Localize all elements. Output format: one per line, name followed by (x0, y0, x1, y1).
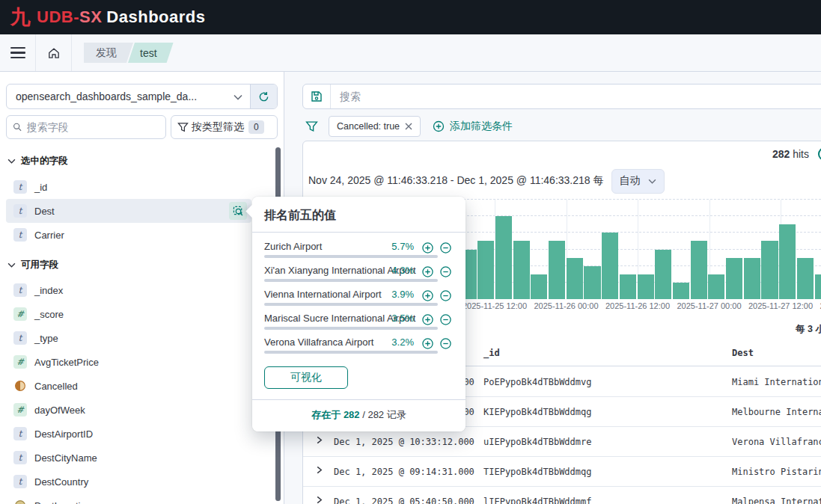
filter-out-value-button[interactable] (439, 313, 452, 329)
visualize-button[interactable]: 可视化 (264, 366, 348, 389)
histogram-bar (495, 216, 512, 299)
field-name: _type (34, 333, 265, 344)
top-value-percent: 3.9% (391, 289, 414, 300)
field-row-Cancelled[interactable]: Cancelled (6, 374, 269, 398)
table-row: Dec 1, 2025 @ 05:40:50.000lIEPypoBk4dTBb… (303, 487, 821, 504)
column-header-dest[interactable]: Dest (732, 348, 754, 358)
popover-title: 排名前五的值 (252, 197, 466, 232)
cell-id: uIEPypoBk4dTBbWddmre (483, 437, 592, 447)
app-title: UDB-SXDashboards (37, 7, 206, 27)
field-row-Dest[interactable]: tDest (6, 199, 251, 223)
field-name: DestLocation (34, 500, 265, 504)
histogram-bar (567, 258, 583, 299)
field-details-button[interactable] (229, 202, 247, 220)
top-value-row: Vienna International Airport3.9% (264, 287, 454, 311)
percent-bar (264, 327, 438, 330)
top-value-label: Mariscal Sucre International Airport (264, 313, 412, 324)
add-filter-label: 添加筛选条件 (450, 120, 513, 133)
field-row-AvgTicketPrice[interactable]: #AvgTicketPrice (6, 350, 269, 374)
filter-out-value-button[interactable] (439, 337, 452, 353)
app-header: 九 UDB-SXDashboards (0, 0, 821, 34)
column-header-id[interactable]: _id (483, 348, 500, 358)
field-row-DestLocation[interactable]: DestLocation (6, 494, 269, 504)
brand-logo-icon: 九 (10, 4, 31, 31)
filter-funnel-icon[interactable] (305, 120, 318, 133)
top-values-popover: 排名前五的值 Zurich Airport5.7%Xi'an Xianyang … (252, 197, 466, 431)
interval-note: 每 3 小时 (796, 323, 821, 336)
field-row-dayOfWeek[interactable]: #dayOfWeek (6, 398, 269, 422)
selected-fields-section[interactable]: 选中的字段 (6, 147, 269, 175)
filter-out-value-button[interactable] (439, 242, 452, 257)
filter-pill-label: Cancelled: true (337, 121, 400, 132)
available-fields-section[interactable]: 可用字段 (6, 251, 269, 278)
field-search-box (6, 115, 166, 139)
histogram-bar (673, 283, 689, 299)
field-row-DestCityName[interactable]: tDestCityName (6, 446, 269, 470)
expand-row-icon (315, 466, 323, 474)
filter-out-value-button[interactable] (439, 289, 452, 305)
histogram-bar (477, 241, 494, 299)
field-list: 选中的字段t_idtDesttCarrier可用字段t_index#_score… (6, 147, 269, 504)
boolean-field-icon (13, 379, 27, 393)
histogram-bar (549, 241, 565, 299)
histogram-bar (638, 274, 654, 299)
breadcrumb-discover[interactable]: 发现 (84, 43, 133, 63)
chevron-down-icon (7, 262, 16, 268)
field-row-_score[interactable]: #_score (6, 302, 269, 326)
top-value-row: Xi'an Xianyang International Airport4.3% (264, 263, 454, 287)
home-button[interactable] (36, 34, 72, 71)
field-row-_id[interactable]: t_id (6, 175, 269, 199)
field-row-_type[interactable]: t_type (6, 326, 269, 350)
field-row-DestAirportID[interactable]: tDestAirportID (6, 422, 269, 446)
breadcrumb-test[interactable]: test (128, 43, 174, 63)
screen: 九 UDB-SXDashboards 发现 test opensearch_da… (0, 0, 821, 504)
field-row-Carrier[interactable]: tCarrier (6, 223, 269, 247)
popover-footer: 存在于 282 / 282 记录 (252, 400, 466, 431)
edge-clipped-action-icon[interactable] (818, 147, 821, 161)
close-icon[interactable] (405, 123, 412, 130)
cell-dest: Melbourne Interna (732, 407, 821, 417)
text-field-icon: t (13, 180, 27, 194)
text-field-icon: t (13, 475, 27, 488)
filter-by-type-button[interactable]: 按类型筛选 0 (171, 115, 278, 139)
saved-query-button[interactable] (303, 84, 331, 108)
field-search-input[interactable] (27, 121, 159, 133)
geo-field-icon (13, 499, 27, 504)
chevron-down-icon (226, 90, 250, 103)
text-field-icon: t (13, 283, 27, 297)
hamburger-icon (10, 47, 25, 59)
field-name: DestCityName (34, 452, 265, 464)
histogram-bar (708, 274, 724, 299)
interval-select[interactable]: 自动 (611, 169, 665, 194)
percent-bar (264, 351, 438, 354)
field-name: dayOfWeek (34, 405, 265, 416)
filter-pill-cancelled[interactable]: Cancelled: true (329, 116, 421, 137)
expand-row-button[interactable] (315, 496, 323, 504)
cell-id: KIEPypoBk4dTBbWddmqg (483, 407, 592, 417)
field-row-_index[interactable]: t_index (6, 278, 269, 302)
section-label: 选中的字段 (21, 155, 68, 168)
exists-in-link[interactable]: 存在于 282 (311, 409, 359, 420)
refresh-icon (258, 91, 269, 102)
filter-bar: Cancelled: true 添加筛选条件 (302, 116, 821, 137)
index-pattern-select[interactable]: opensearch_dashboards_sample_da... (6, 84, 278, 109)
section-label: 可用字段 (21, 259, 58, 271)
histogram-bar (620, 274, 636, 299)
histogram-bar (531, 274, 547, 299)
expand-row-button[interactable] (315, 436, 323, 446)
refresh-index-button[interactable] (250, 84, 277, 108)
text-field-icon: t (13, 427, 27, 440)
nav-bar: 发现 test (0, 34, 821, 72)
field-name: DestAirportID (34, 428, 265, 440)
menu-button[interactable] (0, 34, 36, 71)
add-filter-button[interactable]: 添加筛选条件 (433, 120, 513, 133)
field-row-DestCountry[interactable]: tDestCountry (6, 470, 269, 494)
expand-row-button[interactable] (315, 466, 323, 476)
x-axis-tick-label: 2025-11-28 00:00 (815, 301, 821, 310)
search-input[interactable] (331, 90, 821, 102)
table-row: Dec 1, 2025 @ 09:14:31.000TIEPypoBk4dTBb… (303, 457, 821, 487)
filter-out-value-button[interactable] (439, 265, 452, 281)
number-field-icon: # (13, 403, 27, 417)
top-value-label: Verona Villafranca Airport (264, 336, 373, 348)
field-name: Cancelled (34, 381, 265, 392)
